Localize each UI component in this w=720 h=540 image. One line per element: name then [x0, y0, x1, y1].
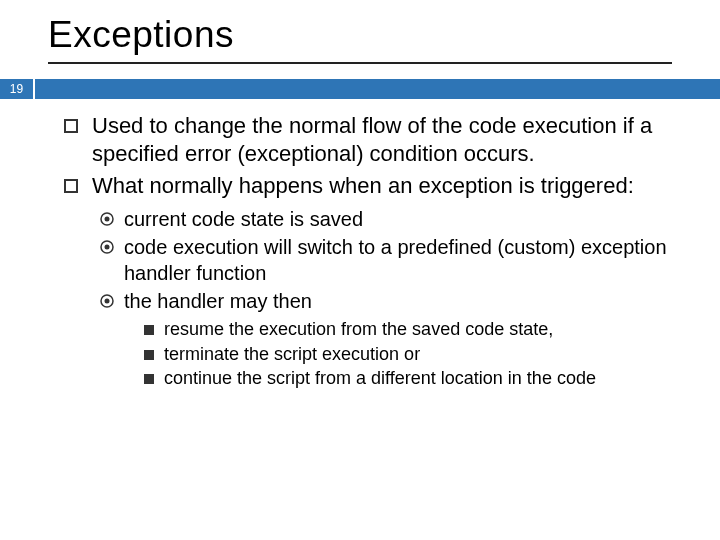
bullet-level1: What normally happens when an exception …: [64, 172, 680, 200]
svg-point-3: [105, 245, 110, 250]
target-bullet-icon: [100, 212, 114, 226]
square-bullet-icon: [64, 119, 78, 133]
bullet-level2: current code state is saved: [100, 206, 680, 232]
sublist: current code state is saved code executi…: [64, 206, 680, 390]
bullet-text: code execution will switch to a predefin…: [124, 234, 680, 286]
page-number: 19: [0, 78, 34, 100]
bullet-level3: resume the execution from the saved code…: [144, 318, 680, 341]
bullet-text: terminate the script execution or: [164, 343, 680, 366]
bullet-text: resume the execution from the saved code…: [164, 318, 680, 341]
bullet-text: the handler may then: [124, 288, 680, 314]
filled-square-bullet-icon: [144, 325, 154, 335]
bullet-level2: the handler may then: [100, 288, 680, 314]
bullet-level1: Used to change the normal flow of the co…: [64, 112, 680, 168]
blue-bar: [34, 78, 720, 100]
square-bullet-icon: [64, 179, 78, 193]
target-bullet-icon: [100, 294, 114, 308]
bullet-text: Used to change the normal flow of the co…: [92, 112, 680, 168]
subsublist: resume the execution from the saved code…: [100, 318, 680, 390]
title-underline: [48, 62, 672, 64]
bullet-level3: terminate the script execution or: [144, 343, 680, 366]
content-area: Used to change the normal flow of the co…: [0, 100, 720, 391]
bullet-text: current code state is saved: [124, 206, 680, 232]
filled-square-bullet-icon: [144, 350, 154, 360]
bullet-text: continue the script from a different loc…: [164, 367, 680, 390]
bullet-text: What normally happens when an exception …: [92, 172, 680, 200]
header-bar: 19: [0, 78, 720, 100]
svg-point-1: [105, 217, 110, 222]
svg-point-5: [105, 299, 110, 304]
bullet-level2: code execution will switch to a predefin…: [100, 234, 680, 286]
bullet-level3: continue the script from a different loc…: [144, 367, 680, 390]
target-bullet-icon: [100, 240, 114, 254]
slide-title: Exceptions: [0, 0, 720, 62]
filled-square-bullet-icon: [144, 374, 154, 384]
